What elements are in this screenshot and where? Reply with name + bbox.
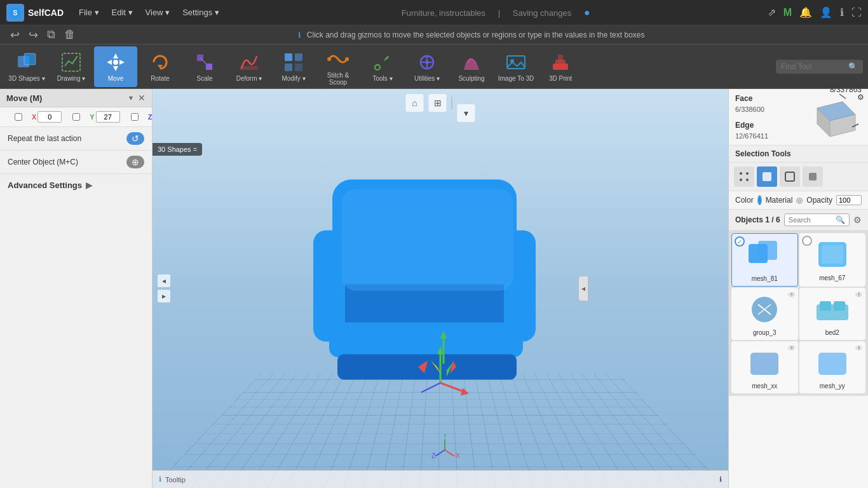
tool-scale[interactable]: Scale xyxy=(183,46,226,87)
tool-stitch-scoop[interactable]: Stitch & Scoop xyxy=(316,46,360,87)
color-picker-button[interactable] xyxy=(757,195,762,205)
material-label: Material xyxy=(766,196,793,205)
objects-search-input[interactable] xyxy=(789,216,833,224)
panel-dropdown-icon[interactable]: ▾ xyxy=(129,93,133,102)
svg-text:Z: Z xyxy=(431,452,435,459)
edge-label: Edge xyxy=(735,121,768,130)
right-panel-toggle[interactable]: ◂ xyxy=(578,276,588,301)
menu-view[interactable]: View ▾ xyxy=(140,5,175,20)
tool-image-to-3d[interactable]: Image To 3D xyxy=(494,46,538,87)
selection-tools-header: Selection Tools xyxy=(729,146,868,163)
tool-3d-shapes[interactable]: 3D Shapes ▾ xyxy=(5,46,48,87)
tool-tools[interactable]: Tools ▾ xyxy=(361,46,404,87)
view-fit-button[interactable]: ⊞ xyxy=(429,94,447,112)
mesh67-thumbnail xyxy=(813,237,851,272)
logo-icon: S xyxy=(6,4,24,22)
viewport[interactable]: 30 Shapes = FRONT ⌂ ⊞ ▾ ◂ ▸ ◂ xyxy=(153,89,728,488)
svg-line-42 xyxy=(421,383,440,393)
view-down-button[interactable]: ▾ xyxy=(458,104,475,122)
find-tool-search-icon[interactable]: 🔍 xyxy=(848,62,858,71)
drawing-label: Drawing ▾ xyxy=(57,75,85,82)
modify-icon xyxy=(282,51,305,74)
y-axis-checkbox[interactable] xyxy=(64,113,88,121)
center-object-label: Center Object (M+C) xyxy=(8,158,78,166)
menu-settings[interactable]: Settings ▾ xyxy=(177,5,224,20)
x-input[interactable]: 0 xyxy=(37,111,62,123)
nav-right-button[interactable]: ▸ xyxy=(158,290,170,302)
tool-3d-print[interactable]: 3D Print xyxy=(539,46,582,87)
svg-rect-79 xyxy=(818,353,846,375)
app-logo[interactable]: S SelfCAD xyxy=(6,4,64,22)
opacity-input[interactable]: 100 xyxy=(836,195,862,205)
3dprint-icon xyxy=(549,51,572,74)
search-icon: 🔍 xyxy=(836,215,845,224)
tools-label: Tools ▾ xyxy=(372,75,392,82)
tool-drawing[interactable]: Drawing ▾ xyxy=(50,46,93,87)
bell-icon[interactable]: 🔔 xyxy=(799,6,812,18)
delete-button[interactable]: 🗑 xyxy=(62,27,78,43)
panel-close-button[interactable]: ✕ xyxy=(138,93,146,103)
face-info: Face 6/338600 Edge 12/676411 xyxy=(735,94,768,140)
tool-3d-shapes-label: 3D Shapes ▾ xyxy=(8,75,44,82)
sculpting-label: Sculpting xyxy=(458,75,484,82)
svg-rect-33 xyxy=(329,323,523,358)
bed2-eye-icon[interactable]: 👁 xyxy=(855,290,863,299)
tool-deform[interactable]: Deform ▾ xyxy=(227,46,271,87)
redo-button[interactable]: ↪ xyxy=(26,27,41,43)
top-icons: ⇗ M 🔔 👤 ℹ ⛶ xyxy=(768,6,862,18)
move-label: Move xyxy=(108,75,123,82)
user-icon[interactable]: 👤 xyxy=(820,6,832,18)
object-card-bed2[interactable]: 👁 bed2 xyxy=(799,288,866,340)
extra1-eye-icon[interactable]: 👁 xyxy=(788,344,796,353)
svg-point-63 xyxy=(746,179,749,181)
selection-tools-label: Selection Tools xyxy=(735,149,791,158)
info-icon[interactable]: ℹ xyxy=(840,6,844,18)
tool-sculpting[interactable]: Sculpting xyxy=(450,46,493,87)
selection-settings-icon[interactable]: ⚙ xyxy=(857,93,864,102)
objects-title: Objects 1 / 6 xyxy=(735,215,780,224)
fullscreen-icon[interactable]: ⛶ xyxy=(851,7,862,18)
group3-eye-icon[interactable]: 👁 xyxy=(788,290,796,299)
object-card-mesh67[interactable]: mesh_67 xyxy=(799,233,866,287)
tool-modify[interactable]: Modify ▾ xyxy=(272,46,315,87)
objects-settings-icon[interactable]: ⚙ xyxy=(853,215,862,225)
menu-edit[interactable]: Edit ▾ xyxy=(107,5,138,20)
undo-button[interactable]: ↩ xyxy=(8,27,22,43)
x-axis-checkbox[interactable] xyxy=(6,113,31,121)
find-tool-box: 🔍 xyxy=(776,60,863,74)
copy-button[interactable]: ⧉ xyxy=(44,27,58,43)
viewport-left-nav: ◂ ▸ xyxy=(158,274,170,302)
sel-tool-edge-icon[interactable] xyxy=(780,166,800,187)
object-card-extra1[interactable]: 👁 mesh_xx xyxy=(731,341,798,393)
object-card-extra2[interactable]: 👁 mesh_yy xyxy=(799,341,866,393)
object-card-group3[interactable]: 👁 group_3 xyxy=(731,288,798,340)
nav-left-button[interactable]: ◂ xyxy=(158,274,170,287)
svg-marker-5 xyxy=(113,53,118,58)
svg-marker-41 xyxy=(461,388,469,396)
advanced-settings-row[interactable]: Advanced Settings ▶ xyxy=(0,174,152,196)
svg-rect-26 xyxy=(507,56,525,69)
sel-tool-face-icon[interactable] xyxy=(757,166,777,187)
z-axis-checkbox[interactable] xyxy=(123,113,147,121)
tool-rotate[interactable]: Rotate xyxy=(139,46,182,87)
find-tool-input[interactable] xyxy=(781,62,844,71)
svg-text:X: X xyxy=(456,452,460,459)
extra2-eye-icon[interactable]: 👁 xyxy=(855,344,863,353)
home-button[interactable]: ⌂ xyxy=(406,94,424,112)
y-input[interactable]: 27 xyxy=(96,111,120,123)
object-card-mesh81[interactable]: ✓ mesh_81 xyxy=(731,233,798,287)
center-object-button[interactable]: ⊕ xyxy=(126,156,144,168)
tool-utilities[interactable]: Utilities ▾ xyxy=(405,46,449,87)
action-info: ℹ Click and drag gizmos to move the sele… xyxy=(82,30,860,39)
material-icon[interactable]: ◎ xyxy=(796,196,803,205)
sel-tool-vertex-icon[interactable] xyxy=(734,166,754,187)
repeat-action-button[interactable]: ↺ xyxy=(126,132,144,145)
m-icon[interactable]: M xyxy=(783,7,792,18)
svg-point-25 xyxy=(425,60,429,64)
deform-icon xyxy=(238,51,261,74)
tool-move[interactable]: Move xyxy=(94,46,137,87)
share-icon[interactable]: ⇗ xyxy=(768,6,776,18)
menu-file[interactable]: File ▾ xyxy=(74,5,104,20)
bed2-name: bed2 xyxy=(825,329,839,336)
sel-tool-object-icon[interactable] xyxy=(803,166,823,187)
